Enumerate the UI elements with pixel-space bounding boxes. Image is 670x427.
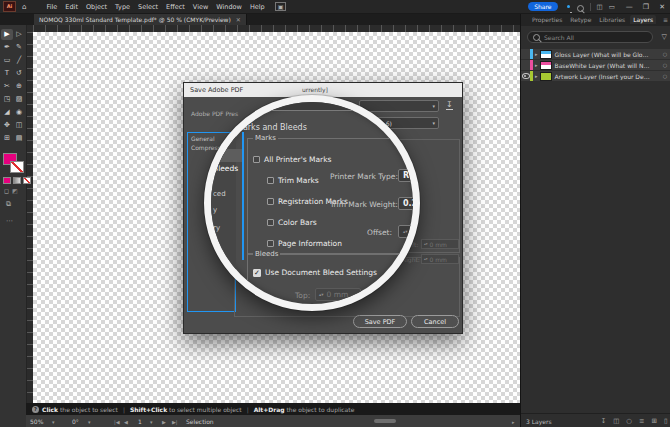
target-circle-icon[interactable]: ○ bbox=[663, 62, 670, 68]
stroke-color-swatch[interactable] bbox=[10, 161, 24, 173]
rotation-select[interactable]: 0° bbox=[72, 418, 79, 425]
share-button[interactable]: Share bbox=[528, 2, 557, 11]
pen-tool-icon[interactable]: ✒ bbox=[1, 42, 13, 53]
arrange-windows-icon[interactable]: ▭ bbox=[603, 3, 621, 11]
zoom-tool-icon[interactable]: ⊕ bbox=[13, 81, 25, 92]
cancel-button[interactable]: Cancel bbox=[411, 315, 459, 328]
save-preset-icon[interactable]: ↧ bbox=[446, 100, 453, 110]
curvature-tool-icon[interactable]: ✎ bbox=[13, 42, 25, 53]
gradient-tool-icon[interactable]: ◢ bbox=[1, 107, 13, 118]
layer-row-gloss[interactable]: ▸ Gloss Layer (What will be Glossy) ○ bbox=[521, 49, 670, 59]
rotation-chevron-icon[interactable]: ▾ bbox=[86, 419, 91, 425]
direct-selection-tool-icon[interactable]: ▷ bbox=[13, 29, 25, 40]
draw-normal-icon[interactable]: ◻ bbox=[4, 187, 9, 194]
menu-item-select[interactable]: Select bbox=[134, 3, 162, 11]
new-layer-icon[interactable]: ⊞ bbox=[648, 417, 660, 425]
color-bars-checkbox[interactable]: Color Bars bbox=[267, 218, 317, 227]
menu-item-view[interactable]: View bbox=[189, 3, 212, 11]
restore-button[interactable]: ❐ bbox=[638, 3, 654, 11]
layer-thumbnail[interactable] bbox=[540, 61, 552, 70]
layer-thumbnail[interactable] bbox=[540, 50, 552, 59]
artboard-chevron-icon[interactable]: ▾ bbox=[148, 419, 153, 425]
search-icon[interactable] bbox=[577, 0, 584, 16]
magnified-sidebar-item-summary[interactable]: ry bbox=[213, 224, 220, 232]
home-icon[interactable]: ⌂ bbox=[16, 3, 32, 11]
artboard-tool-icon[interactable]: ◳ bbox=[1, 94, 13, 105]
collect-for-export-icon[interactable]: ↧ bbox=[597, 417, 609, 425]
trim-marks-checkbox[interactable]: Trim Marks bbox=[267, 176, 319, 185]
tab-properties[interactable]: Properties bbox=[529, 15, 565, 24]
screen-mode-icon[interactable]: ⧉ bbox=[6, 200, 11, 208]
panel-menu-icon[interactable]: ≡ bbox=[663, 16, 668, 23]
blend-tool-icon[interactable]: ◫ bbox=[13, 120, 25, 131]
layer-name[interactable]: Gloss Layer (What will be Glossy) bbox=[552, 51, 651, 58]
status-bar-expand-icon[interactable]: ▸ bbox=[512, 419, 515, 425]
zoom-chevron-icon[interactable]: ▾ bbox=[50, 419, 55, 425]
visibility-toggle[interactable] bbox=[521, 73, 530, 79]
bleed-top-field[interactable]: ▴▾0 mm bbox=[315, 288, 361, 301]
sidebar-item-general[interactable]: General bbox=[191, 135, 215, 142]
selection-tool-icon[interactable]: ▶ bbox=[1, 29, 13, 40]
layer-thumbnail[interactable] bbox=[540, 72, 552, 81]
shaper-tool-icon[interactable]: ◉ bbox=[13, 107, 25, 118]
layer-row-artwork[interactable]: ▸ Artwork Layer (Insert your Design he..… bbox=[521, 71, 670, 81]
hand-tool-icon[interactable]: ✥ bbox=[1, 120, 13, 131]
tab-retype[interactable]: Retype bbox=[567, 15, 594, 24]
color-mode-icon[interactable] bbox=[3, 177, 11, 184]
menu-item-edit[interactable]: Edit bbox=[61, 3, 82, 11]
prev-artboard-icon[interactable]: ◀ bbox=[124, 419, 128, 425]
menu-item-type[interactable]: Type bbox=[111, 3, 134, 11]
trim-mark-weight-value[interactable]: 0.2 bbox=[398, 197, 420, 210]
menu-item-file[interactable]: File bbox=[42, 3, 61, 11]
document-tab[interactable]: NOMOQ 330ml Standard Template.pdf* @ 50 … bbox=[34, 13, 247, 25]
close-button[interactable]: ✕ bbox=[654, 3, 670, 11]
standard-dropdown[interactable]: ▾ bbox=[359, 100, 439, 112]
locate-object-icon[interactable]: ○ bbox=[623, 417, 636, 425]
page-information-checkbox[interactable]: Page Information bbox=[267, 239, 342, 248]
first-artboard-icon[interactable]: |◀ bbox=[114, 419, 120, 425]
horizontal-scrollbar-thumb[interactable] bbox=[374, 419, 396, 423]
magnified-sidebar-item-advanced[interactable]: ced bbox=[213, 190, 226, 198]
zoom-level-select[interactable]: 50% bbox=[30, 418, 43, 425]
tab-layers[interactable]: Layers bbox=[630, 15, 656, 24]
tab-close-icon[interactable]: ✕ bbox=[236, 16, 241, 23]
line-tool-icon[interactable]: ╱ bbox=[13, 55, 25, 66]
layer-name[interactable]: Artwork Layer (Insert your Design he... bbox=[552, 73, 651, 80]
target-circle-icon[interactable]: ○ bbox=[663, 51, 670, 57]
layers-search-input[interactable]: Search All bbox=[527, 31, 653, 43]
layer-row-basewhite[interactable]: ▸ BaseWhite Layer (What will NOT be ... … bbox=[521, 60, 670, 70]
rectangle-tool-icon[interactable]: ▭ bbox=[1, 55, 13, 66]
ruler-corner[interactable] bbox=[26, 25, 33, 32]
minimize-button[interactable]: — bbox=[621, 3, 638, 11]
artboard-number-field[interactable]: 1 bbox=[138, 418, 142, 425]
bleed-right-field[interactable]: ▴▾0 mm bbox=[421, 254, 459, 264]
draw-behind-icon[interactable]: ◩ bbox=[12, 187, 18, 194]
none-mode-icon[interactable] bbox=[23, 177, 31, 184]
filter-funnel-icon[interactable]: ▽ bbox=[662, 33, 667, 41]
rotate-tool-icon[interactable]: ↺ bbox=[13, 68, 25, 79]
graph-tool-icon[interactable]: ▤ bbox=[13, 133, 25, 144]
arrange-documents-icon[interactable]: ▣ bbox=[275, 2, 287, 11]
all-printers-marks-checkbox[interactable]: All Printer's Marks bbox=[253, 155, 331, 164]
last-artboard-icon[interactable]: ▶| bbox=[172, 419, 178, 425]
next-artboard-icon[interactable]: ▶ bbox=[162, 419, 166, 425]
type-tool-icon[interactable]: T bbox=[1, 68, 13, 79]
delete-layer-icon[interactable]: ▯ bbox=[660, 417, 670, 425]
vertical-ruler[interactable] bbox=[26, 32, 33, 403]
symbol-tool-icon[interactable]: ⊞ bbox=[1, 133, 13, 144]
app-icon[interactable]: Ai bbox=[3, 1, 16, 12]
more-tools-icon[interactable]: ⋯ bbox=[6, 217, 13, 225]
clipping-mask-icon[interactable]: ◫ bbox=[610, 417, 623, 425]
scissors-tool-icon[interactable]: ✂ bbox=[1, 81, 13, 92]
layer-name[interactable]: BaseWhite Layer (What will NOT be ... bbox=[552, 62, 651, 69]
save-pdf-button[interactable]: Save PDF bbox=[353, 315, 407, 328]
tab-libraries[interactable]: Libraries bbox=[596, 15, 628, 24]
target-circle-icon[interactable]: ○ bbox=[663, 73, 670, 79]
menu-item-help[interactable]: Help bbox=[246, 3, 269, 11]
menu-item-object[interactable]: Object bbox=[82, 3, 111, 11]
gradient-mode-icon[interactable] bbox=[13, 177, 21, 184]
menu-item-effect[interactable]: Effect bbox=[162, 3, 189, 11]
menu-item-window[interactable]: Window bbox=[212, 3, 246, 11]
magnified-sidebar-item-security[interactable]: y bbox=[213, 206, 217, 214]
bleed-left-field[interactable]: ▴▾0 mm bbox=[421, 239, 459, 249]
